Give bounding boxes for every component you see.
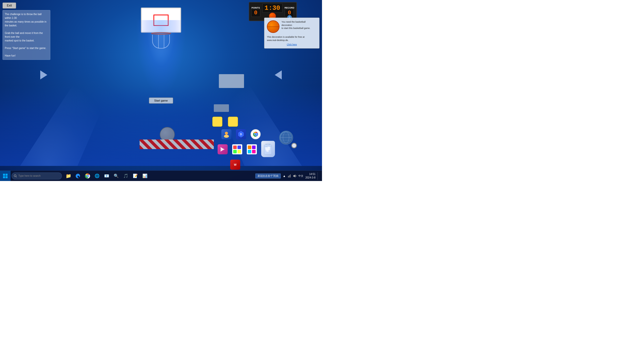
info-tooltip: You need the basketball decoration to st… — [264, 18, 319, 49]
date: 2024-3-8 — [305, 176, 315, 179]
recycle-bin-body — [261, 141, 275, 157]
pink-app-icon — [218, 144, 228, 154]
time: 14:51 — [305, 172, 315, 176]
exit-button[interactable]: Exit — [3, 3, 16, 9]
desktop-icon-colors2[interactable] — [246, 143, 258, 155]
taskbar-icon-app8[interactable]: 📊 — [140, 171, 149, 180]
svg-rect-13 — [267, 146, 270, 150]
person-app-icon — [221, 129, 231, 139]
svg-rect-21 — [6, 174, 8, 176]
svg-point-1 — [224, 135, 229, 138]
click-here-link[interactable]: Click here — [267, 43, 317, 46]
points-label: Points — [252, 7, 260, 9]
icon-group-apps2 — [217, 143, 258, 155]
timer-value: 1:30 — [262, 4, 283, 13]
globe-icon — [279, 131, 293, 145]
globe-search-widget[interactable] — [279, 131, 297, 148]
notification-text[interactable]: 新冠抗击首个"药病 — [255, 173, 281, 178]
svg-rect-31 — [289, 175, 290, 177]
windows-logo — [3, 173, 8, 178]
taskbar-icon-file[interactable]: 📁 — [64, 171, 73, 180]
instructions-text: The challenge is to throw the ball withi… — [5, 13, 47, 57]
points-value: 0 — [251, 9, 260, 17]
svg-rect-14 — [266, 150, 269, 152]
taskbar-icon-app5[interactable]: 🔍 — [112, 171, 121, 180]
icon-group-stickies — [211, 116, 239, 128]
backboard-inner — [153, 15, 169, 26]
show-desktop-button[interactable] — [317, 172, 319, 180]
desktop-icon-person[interactable] — [220, 128, 232, 140]
desktop-icon-dashlane[interactable]: D — [235, 128, 247, 140]
floating-window-2 — [214, 104, 229, 112]
svg-point-29 — [87, 175, 88, 177]
points-section: Points 0 — [251, 7, 260, 17]
svg-line-25 — [16, 176, 17, 177]
speaker-icon[interactable] — [293, 174, 297, 178]
backboard — [141, 8, 181, 33]
record-label: Record — [285, 7, 294, 9]
taskbar-icon-app4[interactable]: 📧 — [102, 171, 111, 180]
taskbar-right: 新冠抗击首个"药病 ▲ 中文 14:51 — [255, 172, 322, 180]
instructions-panel: The challenge is to throw the ball withi… — [3, 10, 50, 60]
hazard-stripe — [140, 140, 214, 149]
sticky-note-icon-1 — [212, 117, 222, 127]
color-grid-icon-2 — [247, 144, 257, 154]
net — [152, 35, 170, 49]
language-indicator[interactable]: 中文 — [298, 174, 303, 178]
taskbar-icon-app6[interactable]: 🎵 — [121, 171, 130, 180]
desktop-icon-chrome[interactable] — [250, 128, 262, 140]
tray-icon-up[interactable]: ▲ — [283, 174, 286, 178]
basketball-hoop — [136, 8, 186, 53]
svg-rect-23 — [6, 176, 8, 178]
svg-marker-33 — [293, 174, 295, 177]
svg-point-0 — [225, 132, 228, 135]
taskbar-icon-app7[interactable]: 📝 — [131, 171, 140, 180]
floating-window-1 — [219, 74, 244, 88]
svg-rect-30 — [288, 176, 289, 177]
desktop-icon-wps[interactable]: W — [230, 160, 240, 170]
taskbar-icon-edge[interactable] — [73, 171, 83, 180]
info-basketball-icon — [267, 20, 279, 33]
wps-app-icon: W — [230, 160, 240, 170]
edge-icon — [75, 173, 81, 179]
search-icon — [14, 174, 17, 177]
svg-point-24 — [14, 175, 16, 177]
desktop-icon-sticky2[interactable] — [227, 116, 239, 128]
chrome-app-icon — [251, 129, 261, 139]
desktop-icon-pink-app[interactable] — [217, 143, 229, 155]
taskbar: Type here to search 📁 — [0, 170, 322, 181]
info-extra-text: This decoration is available for free at… — [267, 35, 317, 42]
timer-section: 1:30 — [262, 4, 283, 20]
svg-point-6 — [255, 133, 257, 135]
rim — [151, 32, 171, 35]
svg-rect-20 — [3, 174, 5, 176]
start-button[interactable] — [0, 171, 11, 181]
start-game-button[interactable]: Start game — [149, 98, 173, 104]
chrome-taskbar-icon — [85, 173, 90, 179]
sticky-note-icon-2 — [228, 117, 238, 127]
color-grid-icon-1 — [232, 144, 242, 154]
left-arrow[interactable] — [40, 70, 47, 79]
magnifier-icon — [291, 143, 297, 148]
recycle-bin-icon — [263, 143, 273, 155]
right-arrow[interactable] — [275, 70, 282, 79]
recycle-bin[interactable] — [259, 141, 277, 161]
desktop-icon-colors1[interactable] — [231, 143, 243, 155]
network-icon[interactable] — [287, 174, 291, 178]
taskbar-search[interactable]: Type here to search — [12, 172, 62, 179]
taskbar-icon-chrome[interactable] — [83, 171, 92, 180]
system-tray: ▲ 中文 — [283, 174, 303, 178]
icon-group-apps: D — [220, 128, 262, 140]
svg-text:D: D — [240, 133, 242, 136]
svg-rect-32 — [290, 174, 291, 177]
globe-svg — [280, 131, 292, 144]
search-placeholder: Type here to search — [18, 174, 41, 177]
taskbar-icon-app3[interactable]: 🌐 — [93, 171, 102, 180]
taskbar-app-icons: 📁 🌐 📧 — [64, 171, 149, 180]
desktop: Exit The challenge is to throw the ball … — [0, 0, 322, 181]
desktop-icon-sticky1[interactable] — [211, 116, 223, 128]
dashlane-app-icon: D — [236, 129, 246, 139]
svg-rect-22 — [3, 176, 5, 178]
clock-display[interactable]: 14:51 2024-3-8 — [305, 172, 315, 179]
